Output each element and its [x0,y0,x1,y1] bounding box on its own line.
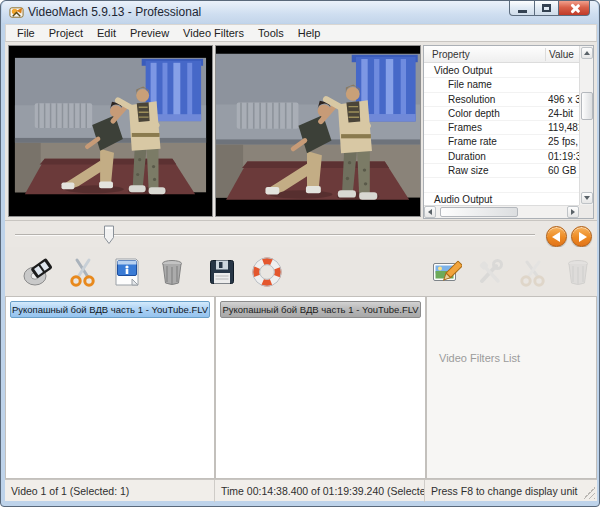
delete-button[interactable] [153,253,191,291]
close-icon [569,3,580,14]
open-media-icon [22,256,54,288]
arrow-left-icon [428,209,432,215]
app-window: VideoMach 5.9.13 - Professional File Pro… [0,0,600,507]
menu-preview[interactable]: Preview [123,26,176,40]
video-preview-source [8,45,213,217]
menu-video-filters[interactable]: Video Filters [176,26,251,40]
maximize-icon [542,4,551,12]
previous-button[interactable] [546,226,567,247]
delete-filter-button[interactable] [559,253,597,291]
video-filters-panel[interactable]: Video Filters List [426,296,597,479]
horizontal-scroll-thumb[interactable] [440,207,518,217]
property-column-header: Property [432,49,470,60]
output-list-item[interactable]: Рукопашный бой ВДВ часть 1 - YouTube.FLV [220,301,421,318]
property-row[interactable]: File name [424,78,579,92]
properties-rows: Video Output File name Resolution496 x 3… [424,64,579,205]
status-bar: Video 1 of 1 (Selected: 1) Time 00:14:38… [5,479,597,501]
source-video-list[interactable]: Рукопашный бой ВДВ часть 1 - YouTube.FLV [5,296,215,479]
output-video-list[interactable]: Рукопашный бой ВДВ часть 1 - YouTube.FLV [215,296,426,479]
cut-filter-button[interactable] [514,253,552,291]
menu-edit[interactable]: Edit [90,26,123,40]
arrow-right-icon [571,209,575,215]
arrow-up-icon [584,51,590,55]
scroll-left-button[interactable] [424,206,436,218]
video-preview-output [215,45,421,217]
media-information-button[interactable] [108,253,146,291]
tools-icon [474,256,506,288]
horizontal-scrollbar[interactable] [424,205,579,218]
arrow-down-icon [584,196,590,200]
scroll-right-button[interactable] [567,206,579,218]
status-time: Time 00:14:38.400 of 01:19:39.240 (Selec… [215,480,425,502]
property-row[interactable]: Duration01:19:3 [424,150,579,164]
property-row[interactable]: Raw size60 GB [424,164,579,178]
scroll-down-button[interactable] [581,192,593,204]
property-row[interactable]: Resolution496 x 38 [424,93,579,107]
close-button[interactable] [558,1,590,16]
toolbar [5,247,597,296]
property-row[interactable]: Audio Output [424,193,579,205]
maximize-button[interactable] [534,1,559,16]
info-icon [111,256,143,288]
scissors-icon [517,256,549,288]
arrow-right-icon [579,232,587,242]
window-title: VideoMach 5.9.13 - Professional [28,5,201,19]
source-list-item[interactable]: Рукопашный бой ВДВ часть 1 - YouTube.FLV [10,301,210,318]
property-row[interactable]: Frame rate25 fps, P [424,135,579,149]
minimize-button[interactable] [509,1,535,16]
arrow-left-icon [552,232,560,242]
property-row[interactable]: Frames119,481 [424,121,579,135]
work-area: Property Value Video Output File name Re… [5,42,597,479]
menu-file[interactable]: File [10,26,42,40]
seek-band [5,220,597,247]
seek-slider-thumb[interactable] [103,225,115,245]
edit-image-icon [430,256,462,288]
property-row[interactable]: Color depth24-bit [424,107,579,121]
floppy-disk-icon [206,256,238,288]
video-filters-placeholder: Video Filters List [439,352,520,364]
menu-bar: File Project Edit Preview Video Filters … [5,24,597,42]
add-video-filter-button[interactable] [427,253,465,291]
scissors-icon [67,256,99,288]
properties-panel: Property Value Video Output File name Re… [423,45,594,219]
properties-header: Property Value [424,46,579,63]
menu-project[interactable]: Project [42,26,90,40]
menu-help[interactable]: Help [291,26,328,40]
title-bar[interactable]: VideoMach 5.9.13 - Professional [2,1,598,23]
column-divider[interactable] [545,48,546,61]
trash-icon [156,256,188,288]
help-button[interactable] [248,253,286,291]
trash-icon [562,256,594,288]
scrollbar-corner [579,205,593,218]
scroll-up-button[interactable] [581,47,593,59]
seek-slider-track[interactable] [15,234,535,236]
save-output-button[interactable] [203,253,241,291]
resize-grip[interactable] [583,487,595,499]
value-column-header: Value [549,49,574,60]
vertical-scroll-thumb[interactable] [581,92,593,120]
cut-button[interactable] [64,253,102,291]
lifebuoy-icon [251,256,283,288]
minimize-icon [518,10,527,13]
menu-tools[interactable]: Tools [251,26,291,40]
next-button[interactable] [571,226,592,247]
property-row[interactable]: Video Output [424,64,579,78]
vertical-scrollbar[interactable] [579,46,593,205]
open-media-button[interactable] [19,253,57,291]
property-row[interactable] [424,178,579,192]
videomach-logo-icon [9,5,24,20]
status-hint: Press F8 to change display unit [425,480,597,502]
lists-area: Рукопашный бой ВДВ часть 1 - YouTube.FLV… [5,296,597,479]
filter-settings-button[interactable] [471,253,509,291]
status-video-count: Video 1 of 1 (Selected: 1) [5,480,215,502]
